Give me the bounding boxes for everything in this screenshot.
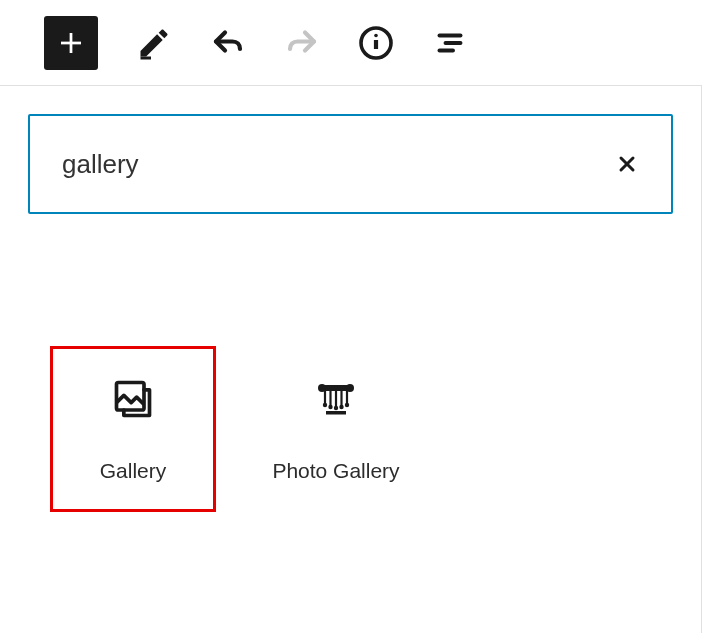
- svg-rect-2: [141, 56, 152, 59]
- svg-point-13: [318, 384, 326, 392]
- pencil-icon: [136, 25, 172, 61]
- svg-point-24: [345, 403, 349, 407]
- plus-icon: [56, 28, 86, 58]
- gallery-icon: [109, 375, 157, 423]
- svg-point-21: [328, 405, 332, 409]
- redo-button[interactable]: [284, 25, 320, 61]
- block-label: Photo Gallery: [272, 459, 399, 483]
- search-input[interactable]: [62, 149, 611, 180]
- photo-gallery-icon: [312, 375, 360, 423]
- info-icon: [358, 25, 394, 61]
- svg-point-5: [374, 33, 378, 37]
- svg-point-20: [323, 403, 327, 407]
- info-button[interactable]: [358, 25, 394, 61]
- editor-toolbar: [0, 0, 702, 85]
- add-block-button[interactable]: [44, 16, 98, 70]
- outline-button[interactable]: [432, 25, 468, 61]
- block-card-gallery[interactable]: Gallery: [50, 346, 216, 512]
- svg-point-22: [334, 406, 338, 410]
- redo-icon: [284, 25, 320, 61]
- undo-icon: [210, 25, 246, 61]
- edit-button[interactable]: [136, 25, 172, 61]
- outline-icon: [432, 25, 468, 61]
- block-inserter-panel: Gallery: [0, 86, 702, 633]
- svg-point-14: [346, 384, 354, 392]
- clear-search-button[interactable]: [611, 148, 643, 180]
- svg-rect-12: [322, 385, 350, 391]
- block-results: Gallery: [28, 346, 673, 512]
- undo-button[interactable]: [210, 25, 246, 61]
- block-label: Gallery: [100, 459, 167, 483]
- block-card-photo-gallery[interactable]: Photo Gallery: [236, 346, 436, 512]
- svg-point-23: [339, 405, 343, 409]
- svg-rect-25: [326, 411, 346, 415]
- close-icon: [615, 152, 639, 176]
- search-container: [28, 114, 673, 214]
